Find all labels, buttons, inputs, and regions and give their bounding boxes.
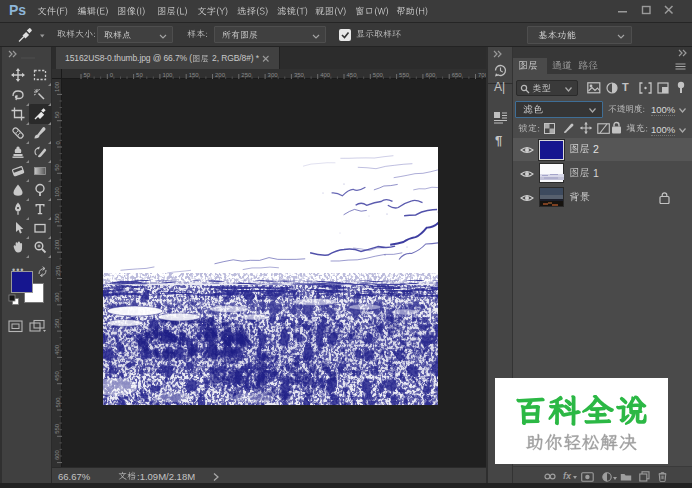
svg-text:400: 400 (320, 72, 331, 78)
svg-text:500: 500 (373, 72, 384, 78)
svg-text:600: 600 (425, 72, 436, 78)
svg-text:500: 500 (55, 397, 61, 408)
svg-text:0: 0 (110, 72, 114, 78)
svg-text:200: 200 (215, 72, 226, 78)
svg-text:300: 300 (55, 292, 61, 303)
svg-text:100: 100 (55, 186, 61, 197)
svg-text:450: 450 (347, 72, 358, 78)
svg-text:50: 50 (84, 72, 91, 78)
svg-text:250: 250 (241, 72, 252, 78)
svg-text:150: 150 (55, 213, 61, 224)
svg-text:300: 300 (268, 72, 279, 78)
svg-text:50: 50 (136, 72, 143, 78)
svg-text:350: 350 (294, 72, 305, 78)
svg-text:100: 100 (162, 72, 173, 78)
svg-text:200: 200 (55, 239, 61, 250)
svg-text:550: 550 (55, 423, 61, 434)
svg-text:250: 250 (55, 265, 61, 276)
svg-text:100: 100 (55, 81, 61, 92)
svg-text:450: 450 (55, 371, 61, 382)
svg-text:400: 400 (55, 344, 61, 355)
svg-text:650: 650 (452, 72, 463, 78)
svg-text:50: 50 (55, 163, 61, 170)
svg-text:350: 350 (55, 318, 61, 329)
svg-text:0: 0 (55, 141, 61, 145)
svg-text:550: 550 (399, 72, 410, 78)
svg-text:50: 50 (55, 111, 61, 118)
svg-text:150: 150 (189, 72, 200, 78)
svg-text:600: 600 (55, 449, 61, 460)
